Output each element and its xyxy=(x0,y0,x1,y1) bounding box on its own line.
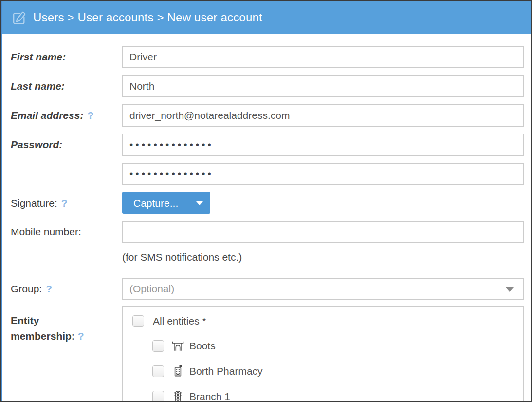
password-confirm-input[interactable] xyxy=(122,163,524,185)
entity-membership-help-icon[interactable]: ? xyxy=(78,330,84,342)
arch-icon xyxy=(171,339,184,352)
mobile-hint: (for SMS notifications etc.) xyxy=(122,251,242,263)
group-help-icon[interactable]: ? xyxy=(46,283,52,295)
password-input[interactable] xyxy=(122,134,524,156)
group-placeholder: (Optional) xyxy=(129,283,174,295)
traffic-light-icon xyxy=(171,390,184,402)
page-header: Users > User accounts > New user account xyxy=(2,1,531,34)
entity-name: Branch 1 xyxy=(189,391,230,402)
email-row: Email address: ? xyxy=(11,104,531,127)
entity-item-branch-1: Branch 1 xyxy=(152,390,523,402)
group-select[interactable]: (Optional) xyxy=(122,278,524,300)
breadcrumb[interactable]: Users > User accounts > New user account xyxy=(33,11,262,24)
first-name-row: First name: xyxy=(11,46,531,68)
boots-checkbox[interactable] xyxy=(152,340,164,352)
building-icon xyxy=(171,364,184,378)
entity-membership-list: All entities * Boots xyxy=(122,306,524,402)
pencil-square-icon xyxy=(11,10,27,25)
entity-item-borth-pharmacy: Borth Pharmacy xyxy=(152,364,523,378)
mobile-hint-row: (for SMS notifications etc.) xyxy=(11,250,531,265)
borth-pharmacy-checkbox[interactable] xyxy=(152,365,164,377)
password-label: Password: xyxy=(11,139,62,151)
email-label: Email address: xyxy=(11,110,83,121)
chevron-down-icon xyxy=(196,201,203,205)
chevron-down-icon[interactable] xyxy=(506,287,514,292)
signature-help-icon[interactable]: ? xyxy=(61,197,68,209)
email-input[interactable] xyxy=(122,104,524,127)
entity-membership-label-line1: Entity xyxy=(11,315,39,326)
password-row: Password: xyxy=(11,134,531,156)
first-name-label: First name: xyxy=(11,51,66,63)
last-name-input[interactable] xyxy=(122,75,524,97)
all-entities-checkbox[interactable] xyxy=(132,315,144,327)
new-user-account-window: Users > User accounts > New user account… xyxy=(0,0,532,402)
capture-signature-button[interactable]: Capture... xyxy=(122,192,210,214)
entity-membership-label-line2: membership: xyxy=(11,330,75,342)
signature-row: Signature: ? Capture... xyxy=(11,192,531,214)
last-name-row: Last name: xyxy=(11,75,531,97)
entity-name: Borth Pharmacy xyxy=(189,365,263,377)
branch-1-checkbox[interactable] xyxy=(152,391,164,402)
content-frame: Users > User accounts > New user account… xyxy=(1,1,531,401)
group-label: Group: xyxy=(11,283,42,295)
capture-button-label[interactable]: Capture... xyxy=(122,197,188,209)
signature-label: Signature: xyxy=(11,197,57,209)
entity-membership-row: Entity membership: ? All entities * xyxy=(11,306,531,402)
mobile-row: Mobile number: xyxy=(11,221,531,243)
all-entities-label: All entities * xyxy=(153,315,206,327)
capture-button-dropdown[interactable] xyxy=(188,201,210,205)
group-row: Group: ? (Optional) xyxy=(11,278,531,300)
password-confirm-row xyxy=(11,163,531,185)
entity-name: Boots xyxy=(189,340,216,352)
all-entities-item: All entities * xyxy=(132,315,523,327)
last-name-label: Last name: xyxy=(11,80,65,92)
entity-item-boots: Boots xyxy=(152,339,523,352)
first-name-input[interactable] xyxy=(122,46,524,68)
form: First name: Last name: Email address: ? … xyxy=(2,46,531,402)
email-help-icon[interactable]: ? xyxy=(87,110,93,121)
mobile-input[interactable] xyxy=(122,221,524,243)
mobile-label: Mobile number: xyxy=(11,226,81,238)
